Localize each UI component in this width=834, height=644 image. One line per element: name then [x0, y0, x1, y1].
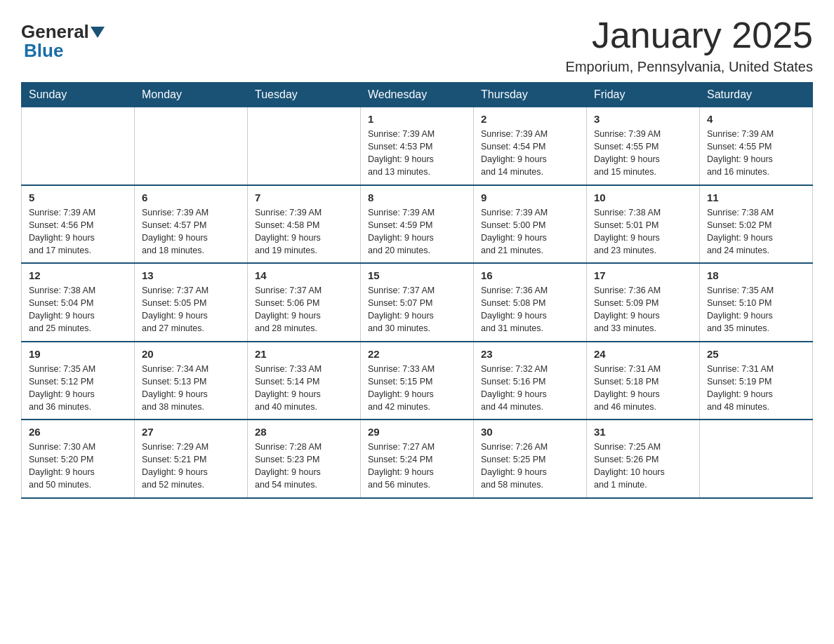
day-of-week-monday: Monday	[135, 83, 248, 107]
day-cell-12: 12Sunrise: 7:38 AM Sunset: 5:04 PM Dayli…	[22, 263, 135, 342]
title-section: January 2025 Emporium, Pennsylvania, Uni…	[566, 14, 813, 75]
day-cell-25: 25Sunrise: 7:31 AM Sunset: 5:19 PM Dayli…	[700, 342, 813, 420]
day-number: 14	[255, 269, 353, 281]
logo: General Blue	[21, 21, 106, 62]
logo-arrow-icon	[91, 27, 105, 38]
day-number: 2	[481, 113, 579, 125]
day-info: Sunrise: 7:33 AM Sunset: 5:14 PM Dayligh…	[255, 363, 353, 414]
day-number: 22	[368, 348, 466, 360]
day-cell-26: 26Sunrise: 7:30 AM Sunset: 5:20 PM Dayli…	[22, 420, 135, 498]
day-cell-19: 19Sunrise: 7:35 AM Sunset: 5:12 PM Dayli…	[22, 342, 135, 420]
day-info: Sunrise: 7:39 AM Sunset: 4:56 PM Dayligh…	[29, 206, 127, 257]
week-row-2: 5Sunrise: 7:39 AM Sunset: 4:56 PM Daylig…	[22, 185, 813, 264]
logo-blue-text: Blue	[24, 40, 63, 62]
day-info: Sunrise: 7:30 AM Sunset: 5:20 PM Dayligh…	[29, 441, 127, 492]
week-row-1: 1Sunrise: 7:39 AM Sunset: 4:53 PM Daylig…	[22, 107, 813, 185]
day-number: 4	[707, 113, 805, 125]
day-cell-18: 18Sunrise: 7:35 AM Sunset: 5:10 PM Dayli…	[700, 263, 813, 342]
day-info: Sunrise: 7:35 AM Sunset: 5:10 PM Dayligh…	[707, 284, 805, 335]
day-of-week-friday: Friday	[587, 83, 700, 107]
calendar-title: January 2025	[566, 14, 813, 56]
day-cell-30: 30Sunrise: 7:26 AM Sunset: 5:25 PM Dayli…	[474, 420, 587, 498]
week-row-5: 26Sunrise: 7:30 AM Sunset: 5:20 PM Dayli…	[22, 420, 813, 498]
day-cell-4: 4Sunrise: 7:39 AM Sunset: 4:55 PM Daylig…	[700, 107, 813, 185]
day-cell-15: 15Sunrise: 7:37 AM Sunset: 5:07 PM Dayli…	[361, 263, 474, 342]
day-number: 3	[594, 113, 692, 125]
day-info: Sunrise: 7:38 AM Sunset: 5:04 PM Dayligh…	[29, 284, 127, 335]
calendar-table: SundayMondayTuesdayWednesdayThursdayFrid…	[21, 82, 813, 499]
day-number: 12	[29, 269, 127, 281]
day-of-week-thursday: Thursday	[474, 83, 587, 107]
day-info: Sunrise: 7:35 AM Sunset: 5:12 PM Dayligh…	[29, 363, 127, 414]
day-info: Sunrise: 7:37 AM Sunset: 5:06 PM Dayligh…	[255, 284, 353, 335]
day-cell-3: 3Sunrise: 7:39 AM Sunset: 4:55 PM Daylig…	[587, 107, 700, 185]
day-cell-27: 27Sunrise: 7:29 AM Sunset: 5:21 PM Dayli…	[135, 420, 248, 498]
day-info: Sunrise: 7:32 AM Sunset: 5:16 PM Dayligh…	[481, 363, 579, 414]
day-cell-8: 8Sunrise: 7:39 AM Sunset: 4:59 PM Daylig…	[361, 185, 474, 264]
day-cell-31: 31Sunrise: 7:25 AM Sunset: 5:26 PM Dayli…	[587, 420, 700, 498]
day-number: 27	[142, 426, 240, 438]
day-number: 6	[142, 192, 240, 203]
day-number: 1	[368, 113, 466, 125]
day-info: Sunrise: 7:37 AM Sunset: 5:05 PM Dayligh…	[142, 284, 240, 335]
calendar-subtitle: Emporium, Pennsylvania, United States	[566, 59, 813, 75]
day-info: Sunrise: 7:31 AM Sunset: 5:18 PM Dayligh…	[594, 363, 692, 414]
day-number: 31	[594, 426, 692, 438]
day-cell-6: 6Sunrise: 7:39 AM Sunset: 4:57 PM Daylig…	[135, 185, 248, 264]
day-info: Sunrise: 7:33 AM Sunset: 5:15 PM Dayligh…	[368, 363, 466, 414]
day-number: 9	[481, 192, 579, 203]
day-number: 20	[142, 348, 240, 360]
day-cell-2: 2Sunrise: 7:39 AM Sunset: 4:54 PM Daylig…	[474, 107, 587, 185]
day-cell-7: 7Sunrise: 7:39 AM Sunset: 4:58 PM Daylig…	[248, 185, 361, 264]
day-number: 11	[707, 192, 805, 203]
day-of-week-saturday: Saturday	[700, 83, 813, 107]
day-number: 25	[707, 348, 805, 360]
day-info: Sunrise: 7:38 AM Sunset: 5:01 PM Dayligh…	[594, 206, 692, 257]
day-info: Sunrise: 7:39 AM Sunset: 4:53 PM Dayligh…	[368, 128, 466, 179]
week-row-3: 12Sunrise: 7:38 AM Sunset: 5:04 PM Dayli…	[22, 263, 813, 342]
day-cell-20: 20Sunrise: 7:34 AM Sunset: 5:13 PM Dayli…	[135, 342, 248, 420]
empty-cell	[135, 107, 248, 185]
calendar-body: 1Sunrise: 7:39 AM Sunset: 4:53 PM Daylig…	[22, 107, 813, 498]
day-info: Sunrise: 7:25 AM Sunset: 5:26 PM Dayligh…	[594, 441, 692, 492]
day-of-week-sunday: Sunday	[22, 83, 135, 107]
day-of-week-wednesday: Wednesday	[361, 83, 474, 107]
day-number: 7	[255, 192, 353, 203]
day-number: 15	[368, 269, 466, 281]
day-info: Sunrise: 7:39 AM Sunset: 4:55 PM Dayligh…	[707, 128, 805, 179]
day-number: 8	[368, 192, 466, 203]
day-info: Sunrise: 7:26 AM Sunset: 5:25 PM Dayligh…	[481, 441, 579, 492]
day-cell-14: 14Sunrise: 7:37 AM Sunset: 5:06 PM Dayli…	[248, 263, 361, 342]
day-number: 26	[29, 426, 127, 438]
day-of-week-tuesday: Tuesday	[248, 83, 361, 107]
week-row-4: 19Sunrise: 7:35 AM Sunset: 5:12 PM Dayli…	[22, 342, 813, 420]
days-of-week-row: SundayMondayTuesdayWednesdayThursdayFrid…	[22, 83, 813, 107]
day-number: 29	[368, 426, 466, 438]
day-info: Sunrise: 7:31 AM Sunset: 5:19 PM Dayligh…	[707, 363, 805, 414]
page-header: General Blue January 2025 Emporium, Penn…	[21, 14, 813, 75]
day-cell-5: 5Sunrise: 7:39 AM Sunset: 4:56 PM Daylig…	[22, 185, 135, 264]
day-info: Sunrise: 7:39 AM Sunset: 5:00 PM Dayligh…	[481, 206, 579, 257]
day-number: 23	[481, 348, 579, 360]
day-number: 28	[255, 426, 353, 438]
day-info: Sunrise: 7:39 AM Sunset: 4:58 PM Dayligh…	[255, 206, 353, 257]
day-cell-11: 11Sunrise: 7:38 AM Sunset: 5:02 PM Dayli…	[700, 185, 813, 264]
day-cell-28: 28Sunrise: 7:28 AM Sunset: 5:23 PM Dayli…	[248, 420, 361, 498]
day-number: 10	[594, 192, 692, 203]
day-info: Sunrise: 7:39 AM Sunset: 4:59 PM Dayligh…	[368, 206, 466, 257]
day-number: 18	[707, 269, 805, 281]
empty-cell	[700, 420, 813, 498]
day-number: 21	[255, 348, 353, 360]
day-cell-16: 16Sunrise: 7:36 AM Sunset: 5:08 PM Dayli…	[474, 263, 587, 342]
day-number: 19	[29, 348, 127, 360]
day-info: Sunrise: 7:28 AM Sunset: 5:23 PM Dayligh…	[255, 441, 353, 492]
day-cell-1: 1Sunrise: 7:39 AM Sunset: 4:53 PM Daylig…	[361, 107, 474, 185]
empty-cell	[22, 107, 135, 185]
day-info: Sunrise: 7:39 AM Sunset: 4:57 PM Dayligh…	[142, 206, 240, 257]
day-cell-10: 10Sunrise: 7:38 AM Sunset: 5:01 PM Dayli…	[587, 185, 700, 264]
day-info: Sunrise: 7:38 AM Sunset: 5:02 PM Dayligh…	[707, 206, 805, 257]
day-cell-9: 9Sunrise: 7:39 AM Sunset: 5:00 PM Daylig…	[474, 185, 587, 264]
day-info: Sunrise: 7:37 AM Sunset: 5:07 PM Dayligh…	[368, 284, 466, 335]
day-cell-23: 23Sunrise: 7:32 AM Sunset: 5:16 PM Dayli…	[474, 342, 587, 420]
empty-cell	[248, 107, 361, 185]
